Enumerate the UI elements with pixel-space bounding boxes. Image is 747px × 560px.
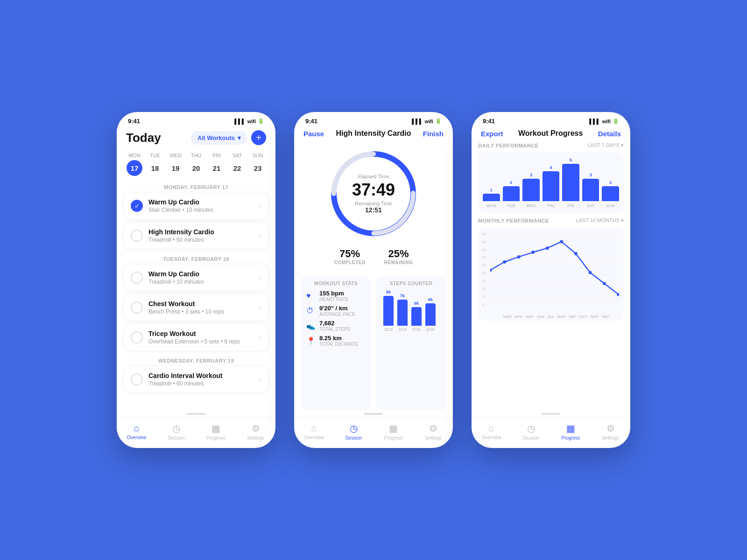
remaining-pct: 25% bbox=[384, 248, 413, 260]
bottom-nav-3: ⌂ Overview ◷ Session ▦ Progress ⚙ Settin… bbox=[472, 418, 630, 448]
battery-icon-2: 🔋 bbox=[435, 118, 442, 124]
daily-chart-header: DAILY PERFORMANCE LAST 7 DAYS ▾ bbox=[478, 142, 624, 148]
session-header: Pause High Intensity Cardio Finish bbox=[294, 126, 453, 142]
bottom-nav-1: ⌂ Overview ◷ Session ▦ Progress ⚙ Settin… bbox=[117, 418, 275, 448]
signal-icon-2: ▌▌▌ bbox=[412, 119, 423, 124]
workout-check-3 bbox=[131, 272, 143, 284]
home-icon: ⌂ bbox=[134, 423, 139, 434]
nav-overview-2[interactable]: ⌂ Overview bbox=[300, 423, 328, 441]
daily-bar-chart: 1 MON 2 TUE 3 WED 4 THU bbox=[478, 152, 624, 213]
add-workout-button[interactable]: + bbox=[251, 130, 266, 145]
status-icons-1: ▌▌▌ wifi 🔋 bbox=[234, 118, 264, 124]
nav-progress-3[interactable]: ▦ Progress bbox=[557, 423, 585, 441]
signal-icon: ▌▌▌ bbox=[234, 119, 245, 124]
cal-day-sun[interactable]: SUN 23 bbox=[250, 153, 266, 176]
daily-performance-section: DAILY PERFORMANCE LAST 7 DAYS ▾ 1 MON 2 … bbox=[472, 142, 630, 217]
chevron-icon-2: › bbox=[259, 232, 261, 239]
scroll-indicator-3 bbox=[542, 413, 560, 415]
status-bar-3: 9:41 ▌▌▌ wifi 🔋 bbox=[472, 112, 630, 126]
nav-session-3[interactable]: ◷ Session bbox=[517, 423, 545, 441]
workout-item-warmup-treadmill[interactable]: Warm Up Cardio Treadmill • 10 minutes › bbox=[124, 265, 268, 291]
workout-item-chest[interactable]: Chest Workout Bench Press • 3 sets • 10 … bbox=[124, 294, 268, 321]
distance-icon: 📍 bbox=[306, 336, 316, 345]
phones-container: 9:41 ▌▌▌ wifi 🔋 Today All Workouts ▾ + bbox=[117, 112, 630, 448]
nav-progress-1[interactable]: ▦ Progress bbox=[202, 423, 230, 441]
workout-info-1: Warm Up Cardio Stair Climber • 10 minute… bbox=[148, 198, 259, 213]
nav-overview-1[interactable]: ⌂ Overview bbox=[123, 423, 151, 441]
pace-icon: ⏱ bbox=[306, 307, 316, 315]
elapsed-label: Elapsed Time bbox=[352, 174, 395, 179]
nav-overview-3[interactable]: ⌂ Overview bbox=[478, 423, 506, 441]
remaining-label: Remaining Time bbox=[352, 201, 395, 206]
session-icon: ◷ bbox=[172, 423, 180, 434]
bar-sat: 3 SAT bbox=[582, 173, 599, 208]
bottom-nav-2: ⌂ Overview ◷ Session ▦ Progress ⚙ Settin… bbox=[294, 418, 453, 448]
steps-counter-title: STEPS COUNTER bbox=[381, 281, 441, 286]
nav-settings-1[interactable]: ⚙ Settings bbox=[242, 423, 270, 441]
workout-item-cardio-interval[interactable]: Cardio Interval Workout Treadmill • 60 m… bbox=[124, 366, 268, 392]
status-time-2: 9:41 bbox=[305, 118, 317, 125]
status-icons-3: ▌▌▌ wifi 🔋 bbox=[589, 118, 619, 124]
timer-center: Elapsed Time 37:49 Remaining Time 12:51 bbox=[352, 174, 395, 214]
steps-counter-card: STEPS COUNTER 8k 2/13 7k 2/14 5k bbox=[376, 276, 446, 410]
y-axis: 90 80 70 60 50 40 30 20 10 0 bbox=[482, 232, 486, 307]
monthly-period[interactable]: LAST 10 MONTHS ▾ bbox=[576, 217, 624, 224]
all-workouts-button[interactable]: All Workouts ▾ bbox=[191, 131, 247, 145]
monthly-performance-section: MONTHLY PERFORMANCE LAST 10 MONTHS ▾ 90 … bbox=[472, 217, 630, 410]
workout-item-warmup-stair[interactable]: ✓ Warm Up Cardio Stair Climber • 10 minu… bbox=[124, 193, 268, 219]
workout-item-tricep[interactable]: Tricep Workout Overhead Extension • 5 se… bbox=[124, 324, 268, 350]
details-button[interactable]: Details bbox=[598, 130, 621, 138]
workout-stats-card: WORKOUT STATS ♥ 155 bpm HEART RATE ⏱ 9'2… bbox=[301, 276, 371, 410]
session-icon-3: ◷ bbox=[527, 423, 535, 434]
stat-pace: ⏱ 9'20" / km AVERAGE PACE bbox=[306, 305, 366, 317]
svg-point-18 bbox=[574, 252, 578, 255]
cal-day-mon[interactable]: MON 17 bbox=[127, 153, 142, 176]
nav-settings-2[interactable]: ⚙ Settings bbox=[419, 423, 447, 441]
x-axis: MAR APR MAY JUN JUL AUG SEP OCT NOV DEC bbox=[490, 315, 619, 319]
status-bar-2: 9:41 ▌▌▌ wifi 🔋 bbox=[294, 112, 453, 126]
cal-day-tue[interactable]: TUE 18 bbox=[147, 153, 163, 176]
progress-icon-2: ▦ bbox=[389, 423, 398, 434]
wifi-icon-3: wifi bbox=[602, 119, 611, 124]
steps-bar-4: 6k 2/16 bbox=[425, 297, 436, 332]
svg-point-16 bbox=[546, 246, 549, 250]
completed-stat: 75% COMPLETED bbox=[334, 248, 365, 265]
home-icon-3: ⌂ bbox=[488, 423, 494, 434]
add-label: + bbox=[256, 133, 261, 143]
phone-progress: 9:41 ▌▌▌ wifi 🔋 Export Workout Progress … bbox=[472, 112, 630, 448]
progress-screen-header: Export Workout Progress Details bbox=[472, 126, 630, 142]
pause-button[interactable]: Pause bbox=[303, 130, 324, 138]
export-button[interactable]: Export bbox=[481, 130, 503, 138]
bar-tue: 2 TUE bbox=[503, 180, 520, 208]
cal-day-thu[interactable]: THU 20 bbox=[188, 153, 204, 176]
stat-distance: 📍 8.25 km TOTAL DISTANCE bbox=[306, 335, 366, 347]
line-chart-svg bbox=[490, 232, 619, 308]
chevron-icon-5: › bbox=[259, 334, 261, 341]
cal-day-fri[interactable]: FRI 21 bbox=[209, 153, 225, 176]
nav-progress-2[interactable]: ▦ Progress bbox=[380, 423, 408, 441]
monthly-title: MONTHLY PERFORMANCE bbox=[478, 218, 549, 224]
workout-item-hiit-treadmill[interactable]: High Intensity Cardio Treadmill • 50 min… bbox=[124, 223, 268, 249]
cal-day-sat[interactable]: SAT 22 bbox=[229, 153, 245, 176]
section-label-mon: MONDAY, FEBRUARY 17 bbox=[124, 181, 268, 193]
workout-check-1: ✓ bbox=[131, 200, 143, 212]
chevron-icon-6: › bbox=[259, 376, 261, 383]
nav-settings-3[interactable]: ⚙ Settings bbox=[597, 423, 625, 441]
nav-session-2[interactable]: ◷ Session bbox=[340, 423, 368, 441]
cal-day-wed[interactable]: WED 19 bbox=[168, 153, 183, 176]
daily-period[interactable]: LAST 7 DAYS ▾ bbox=[587, 142, 624, 148]
monthly-chart-header: MONTHLY PERFORMANCE LAST 10 MONTHS ▾ bbox=[478, 217, 624, 224]
settings-icon: ⚙ bbox=[252, 423, 260, 434]
wifi-icon: wifi bbox=[247, 119, 256, 124]
monthly-line-chart: 90 80 70 60 50 40 30 20 10 0 bbox=[478, 227, 624, 321]
home-icon-2: ⌂ bbox=[311, 423, 317, 434]
section-label-tue: TUESDAY, FEBRUARY 18 bbox=[124, 252, 268, 265]
chevron-icon-3: › bbox=[259, 274, 261, 281]
remaining-stat: 25% REMAINING bbox=[384, 248, 413, 265]
bar-fri: 5 FRI bbox=[562, 158, 579, 208]
scroll-indicator-1 bbox=[187, 413, 205, 415]
nav-session-1[interactable]: ◷ Session bbox=[162, 423, 190, 441]
timer-container: Elapsed Time 37:49 Remaining Time 12:51 … bbox=[294, 142, 453, 276]
finish-button[interactable]: Finish bbox=[423, 130, 444, 138]
bar-sun: 2 SUN bbox=[602, 180, 619, 208]
